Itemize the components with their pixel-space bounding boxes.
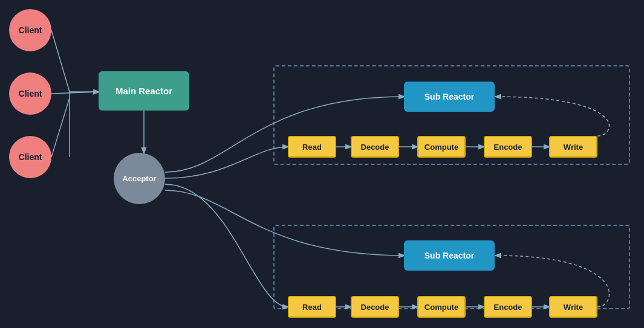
client-node-1: Client xyxy=(9,9,51,51)
pipeline2-decode: Decode xyxy=(351,296,399,318)
svg-line-2 xyxy=(51,98,70,157)
pipeline2-write: Write xyxy=(549,296,597,318)
pipeline2-read: Read xyxy=(288,296,336,318)
pipeline1-read: Read xyxy=(288,136,336,158)
sub-reactor-node-1: Sub Reactor xyxy=(404,82,495,112)
client-node-3: Client xyxy=(9,136,51,178)
pipeline2-compute: Compute xyxy=(417,296,466,318)
diagram-container: Client Client Client Main Reactor Accept… xyxy=(0,0,644,328)
pipeline1-write: Write xyxy=(549,136,597,158)
pipeline1-decode: Decode xyxy=(351,136,399,158)
main-reactor-node: Main Reactor xyxy=(99,71,189,111)
sub-reactor-node-2: Sub Reactor xyxy=(404,240,495,271)
acceptor-node: Acceptor xyxy=(114,153,165,204)
pipeline1-encode: Encode xyxy=(484,136,532,158)
client-node-2: Client xyxy=(9,72,51,115)
pipeline1-compute: Compute xyxy=(417,136,466,158)
svg-line-1 xyxy=(51,92,99,94)
svg-line-0 xyxy=(51,30,70,92)
pipeline2-encode: Encode xyxy=(484,296,532,318)
